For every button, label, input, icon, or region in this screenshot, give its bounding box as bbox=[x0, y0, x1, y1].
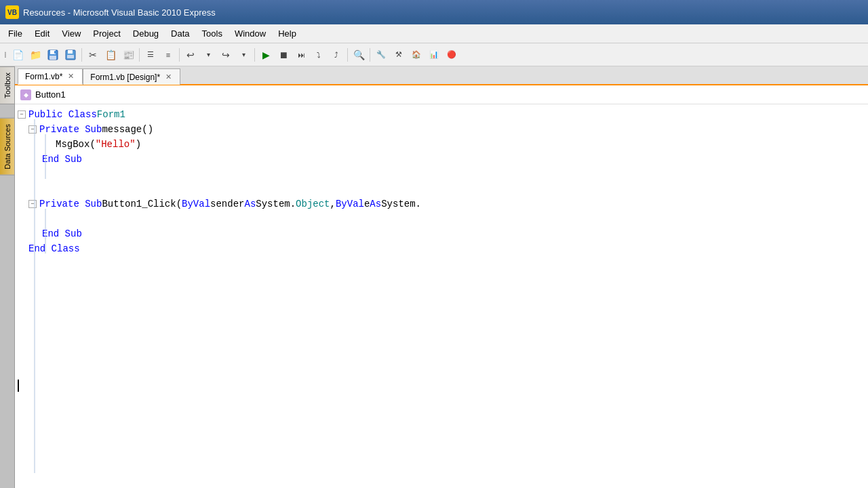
toolbar-cut[interactable]: ✂ bbox=[85, 47, 101, 63]
sidebar-datasources[interactable]: Data Sources bbox=[0, 118, 15, 176]
code-msgbox: MsgBox( bbox=[56, 137, 96, 152]
toolbar-save-all[interactable] bbox=[45, 47, 61, 63]
svg-rect-5 bbox=[68, 50, 73, 54]
toolbar-sep-3 bbox=[179, 48, 180, 62]
code-end-sub-1: End Sub bbox=[42, 152, 82, 167]
toolbar-step-out[interactable]: ⤴ bbox=[328, 47, 344, 63]
tab-form1-vb-label: Form1.vb* bbox=[25, 72, 62, 81]
toolbar-sep-5 bbox=[347, 48, 348, 62]
code-keyword-public: Public Class bbox=[28, 107, 97, 122]
code-method-message: message() bbox=[102, 122, 153, 137]
code-line-5 bbox=[15, 167, 868, 182]
toolbar-new[interactable]: 📄 bbox=[9, 47, 26, 63]
tab-form1-vb[interactable]: Form1.vb* ✕ bbox=[18, 68, 83, 85]
main-layout: Toolbox Data Sources Form1.vb* ✕ Form1.v… bbox=[0, 66, 868, 488]
code-end-class: End Class bbox=[28, 241, 80, 256]
tab-form1-vb-close[interactable]: ✕ bbox=[66, 71, 75, 81]
toolbar-undo-arrow[interactable]: ▾ bbox=[200, 47, 216, 63]
toolbar-step-into[interactable]: ⤵ bbox=[311, 47, 327, 63]
toolbar-redo-arrow[interactable]: ▾ bbox=[235, 47, 252, 63]
menu-bar: File Edit View Project Debug Data Tools … bbox=[0, 24, 868, 43]
tab-form1-design[interactable]: Form1.vb [Design]* ✕ bbox=[83, 68, 180, 85]
code-kw-private-2: Private Sub bbox=[39, 197, 102, 211]
collapse-class[interactable]: − bbox=[18, 110, 26, 119]
code-area[interactable]: − Public Class Form1 − Private Sub messa… bbox=[15, 104, 868, 488]
menu-file[interactable]: File bbox=[3, 26, 28, 41]
toolbar-sep-2 bbox=[139, 48, 140, 62]
context-icon: ◆ bbox=[20, 89, 31, 100]
toolbar-undo[interactable]: ↩ bbox=[182, 47, 199, 63]
code-comma: , bbox=[330, 197, 336, 211]
toolbar-run[interactable]: ▶ bbox=[258, 47, 274, 63]
toolbar-copy[interactable]: 📋 bbox=[102, 47, 119, 63]
code-line-6 bbox=[15, 182, 868, 197]
toolbar-grip: ⁞ bbox=[3, 50, 8, 60]
menu-edit[interactable]: Edit bbox=[29, 26, 55, 41]
toolbar-home[interactable]: 🏠 bbox=[408, 47, 425, 63]
sidebar-toolbox[interactable]: Toolbox bbox=[0, 66, 15, 104]
toolbar-sep-4 bbox=[254, 48, 255, 62]
toolbar-paste[interactable]: 📰 bbox=[120, 47, 136, 63]
toolbar-sep-6 bbox=[370, 48, 370, 62]
svg-rect-2 bbox=[50, 56, 56, 60]
code-line-10: End Class bbox=[15, 241, 868, 256]
toolbar-tools2[interactable]: ⚒ bbox=[391, 47, 407, 63]
svg-rect-6 bbox=[67, 55, 74, 58]
context-label: Button1 bbox=[35, 89, 66, 100]
tab-form1-design-label: Form1.vb [Design]* bbox=[90, 73, 160, 82]
left-sidebar: Toolbox Data Sources bbox=[0, 66, 15, 488]
code-system-1: System. bbox=[256, 197, 296, 211]
code-msgbox-close: ) bbox=[136, 137, 141, 152]
toolbar: ⁞ 📄 📁 ✂ 📋 📰 ☰ ≡ ↩ ▾ ↪ ▾ ▶ ⏹ ⏭ ⤵ ⤴ 🔍 🔧 ⚒ … bbox=[0, 43, 868, 66]
code-line-9: End Sub bbox=[15, 226, 868, 241]
menu-tools[interactable]: Tools bbox=[197, 26, 228, 41]
code-sender: sender bbox=[210, 197, 244, 211]
code-line-1: − Public Class Form1 bbox=[15, 107, 868, 122]
tab-bar: Form1.vb* ✕ Form1.vb [Design]* ✕ bbox=[15, 66, 868, 85]
code-kw-as-2: As bbox=[370, 197, 381, 211]
toolbar-save[interactable] bbox=[62, 47, 79, 63]
menu-debug[interactable]: Debug bbox=[127, 26, 164, 41]
menu-window[interactable]: Window bbox=[229, 26, 271, 41]
code-kw-as-1: As bbox=[244, 197, 256, 211]
title-bar: VB Resources - Microsoft Visual Basic 20… bbox=[0, 0, 868, 24]
collapse-sub-message[interactable]: − bbox=[28, 125, 37, 134]
window-title: Resources - Microsoft Visual Basic 2010 … bbox=[23, 7, 216, 18]
menu-project[interactable]: Project bbox=[87, 26, 125, 41]
text-cursor bbox=[18, 380, 19, 392]
code-line-3: MsgBox( "Hello" ) bbox=[15, 137, 868, 152]
code-kw-private-1: Private Sub bbox=[39, 122, 102, 137]
code-classname: Form1 bbox=[97, 107, 125, 122]
toolbar-redo[interactable]: ↪ bbox=[218, 47, 234, 63]
toolbar-sep-1 bbox=[81, 48, 82, 62]
code-system-2: System. bbox=[381, 197, 421, 211]
collapse-sub-button1[interactable]: − bbox=[28, 200, 37, 208]
menu-view[interactable]: View bbox=[56, 26, 86, 41]
code-end-sub-2: End Sub bbox=[42, 226, 82, 241]
toolbar-format2[interactable]: ≡ bbox=[160, 47, 176, 63]
app-icon: VB bbox=[5, 5, 19, 19]
context-bar: ◆ Button1 bbox=[15, 85, 868, 104]
toolbar-stop[interactable]: ⏹ bbox=[275, 47, 292, 63]
code-string-hello: "Hello" bbox=[96, 137, 136, 152]
toolbar-extra2[interactable]: 🔴 bbox=[443, 47, 460, 63]
toolbar-tools1[interactable]: 🔧 bbox=[373, 47, 389, 63]
code-line-8 bbox=[15, 211, 868, 226]
code-e: e bbox=[364, 197, 370, 211]
editor-area: Form1.vb* ✕ Form1.vb [Design]* ✕ ◆ Butto… bbox=[15, 66, 868, 488]
menu-data[interactable]: Data bbox=[165, 26, 195, 41]
menu-help[interactable]: Help bbox=[273, 26, 302, 41]
code-line-7: − Private Sub Button1_Click( ByVal sende… bbox=[15, 197, 868, 211]
tab-form1-design-close[interactable]: ✕ bbox=[164, 72, 173, 82]
toolbar-step-over[interactable]: ⏭ bbox=[293, 47, 309, 63]
code-kw-byval-2: ByVal bbox=[336, 197, 364, 211]
code-line-2: − Private Sub message() bbox=[15, 122, 868, 137]
svg-rect-3 bbox=[54, 51, 56, 54]
code-line-4: End Sub bbox=[15, 152, 868, 167]
code-object: Object bbox=[296, 197, 330, 211]
toolbar-open[interactable]: 📁 bbox=[27, 47, 43, 63]
toolbox-label: Toolbox bbox=[3, 73, 11, 98]
toolbar-search[interactable]: 🔍 bbox=[351, 47, 367, 63]
toolbar-extra1[interactable]: 📊 bbox=[426, 47, 442, 63]
toolbar-format1[interactable]: ☰ bbox=[142, 47, 159, 63]
